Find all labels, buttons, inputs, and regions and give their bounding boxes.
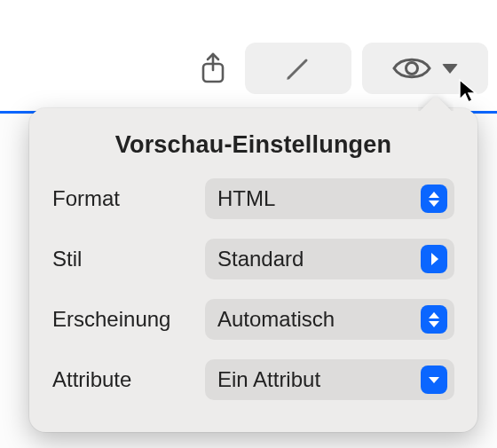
row-attribute: Attribute Ein Attribut	[52, 359, 454, 400]
format-select[interactable]: HTML	[205, 178, 454, 219]
format-value: HTML	[217, 186, 421, 211]
stil-value: Standard	[217, 247, 421, 271]
stil-select[interactable]: Standard	[205, 239, 454, 279]
label-format: Format	[52, 186, 205, 211]
eye-icon	[392, 55, 431, 82]
attribute-value: Ein Attribut	[217, 367, 421, 392]
erscheinung-select[interactable]: Automatisch	[205, 299, 454, 340]
label-stil: Stil	[52, 247, 205, 271]
popover-arrow	[418, 93, 454, 111]
chevron-right-icon	[421, 245, 447, 273]
pencil-icon	[283, 53, 313, 83]
preview-settings-button[interactable]	[362, 43, 488, 94]
row-erscheinung: Erscheinung Automatisch	[52, 299, 454, 340]
row-stil: Stil Standard	[52, 239, 454, 279]
label-attribute: Attribute	[52, 367, 205, 392]
chevron-down-icon	[421, 365, 447, 394]
attribute-select[interactable]: Ein Attribut	[205, 359, 454, 400]
updown-icon	[421, 305, 447, 334]
popover-title: Vorschau-Einstellungen	[52, 131, 454, 159]
row-format: Format HTML	[52, 178, 454, 219]
chevron-down-icon	[442, 64, 458, 74]
toolbar-right-group	[192, 43, 488, 94]
share-icon	[200, 52, 226, 84]
share-button[interactable]	[192, 43, 234, 94]
preview-settings-popover: Vorschau-Einstellungen Format HTML Stil …	[29, 108, 477, 432]
label-erscheinung: Erscheinung	[52, 307, 205, 332]
svg-point-1	[406, 63, 418, 75]
erscheinung-value: Automatisch	[217, 307, 421, 332]
updown-icon	[421, 185, 447, 213]
edit-button[interactable]	[245, 43, 351, 94]
